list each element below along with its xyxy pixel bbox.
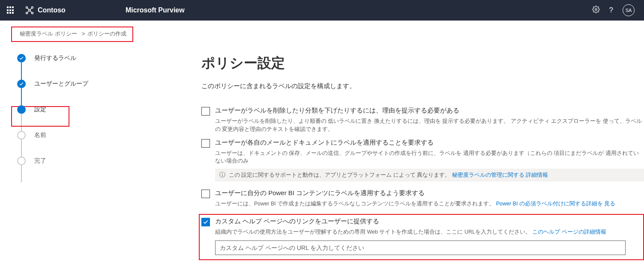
org-logo[interactable]: Contoso <box>25 6 66 15</box>
step-current-icon <box>17 105 26 114</box>
wizard-stepper: 発行するラベル ユーザーとグループ 設定 名前 完了 <box>0 54 180 260</box>
setting-desc-text: ユーザーには、Power BI で作成または編集するラベルなしコンテンツにラベル… <box>215 201 494 207</box>
info-callout: ⓘ この 設定に関するサポートと動作は、アプリとプラットフォーム によって 異な… <box>215 169 644 181</box>
step-upcoming-icon <box>17 157 26 165</box>
svg-point-4 <box>29 9 30 11</box>
step-finish[interactable]: 完了 <box>17 157 180 182</box>
setting-title: ユーザーが各自のメールとドキュメントにラベルを適用することを要求する <box>215 139 644 147</box>
info-icon: ⓘ <box>219 171 225 179</box>
learn-more-link[interactable]: このヘルプ ページの詳細情報 <box>532 229 606 235</box>
header-actions: ? SA <box>592 4 635 16</box>
purview-logo-icon <box>25 6 34 15</box>
chevron-right-icon: > <box>80 30 85 37</box>
org-name: Contoso <box>38 6 66 14</box>
avatar-initials: SA <box>626 8 632 13</box>
setting-description: 組織内でラベルの使用方法をユーザーが理解するための専用 Web サイトを作成した… <box>215 228 606 236</box>
app-launcher-icon[interactable] <box>4 4 17 17</box>
setting-require-label-mail-docs: ユーザーが各自のメールとドキュメントにラベルを適用することを要求する ユーザーは… <box>201 139 644 187</box>
step-label: 完了 <box>34 157 46 165</box>
top-header: Contoso Microsoft Purview ? SA <box>0 0 644 21</box>
page-description: このポリシーに含まれるラベルの設定を構成します。 <box>201 82 644 90</box>
svg-point-2 <box>26 12 28 14</box>
learn-more-link[interactable]: Power BI の必須ラベル付けに関する詳細を 見る <box>496 201 616 207</box>
setting-justification-required: ユーザーがラベルを削除したり分類を下げたりするには、理由を提示する必要がある ユ… <box>201 107 644 139</box>
checkbox[interactable] <box>201 139 210 148</box>
setting-description: ユーザーがラベルを削除したり、より順番の 低いラベルに置き 換えたりするには、理… <box>215 117 644 134</box>
setting-title: カスタム ヘルプ ページへのリンクをユーザーに提供する <box>215 217 606 226</box>
step-upcoming-icon <box>17 131 26 139</box>
setting-description: ユーザーには、Power BI で作成または編集するラベルなしコンテンツにラベル… <box>215 200 615 208</box>
step-label: 設定 <box>34 106 46 113</box>
setting-custom-help-page-highlight: カスタム ヘルプ ページへのリンクをユーザーに提供する 組織内でラベルの使用方法… <box>199 214 644 260</box>
info-link[interactable]: 秘密度ラベルの管理に関する 詳細情報 <box>452 172 548 179</box>
step-done-icon <box>17 54 26 62</box>
settings-list: ユーザーがラベルを削除したり分類を下げたりするには、理由を提示する必要がある ユ… <box>201 107 644 260</box>
breadcrumb-current: ポリシーの作成 <box>87 30 126 37</box>
product-name: Microsoft Purview <box>126 6 185 14</box>
breadcrumb: 秘密度ラベル ポリシー > ポリシーの作成 <box>11 27 133 42</box>
setting-description: ユーザーは、ドキュメントの 保存、メールの送信、グループやサイトの作成を行う前に… <box>215 149 644 166</box>
setting-require-label-powerbi: ユーザーに自分の Power BI コンテンツにラベルを適用するよう要求する ユ… <box>201 189 644 213</box>
svg-point-0 <box>26 7 28 9</box>
step-labels-to-publish[interactable]: 発行するラベル <box>17 54 180 80</box>
breadcrumb-parent[interactable]: 秘密度ラベル ポリシー <box>20 30 77 37</box>
page-title: ポリシー設定 <box>201 54 644 73</box>
step-done-icon <box>17 80 26 88</box>
checkbox[interactable] <box>201 190 210 198</box>
setting-desc-text: 組織内でラベルの使用方法をユーザーが理解するための専用 Web サイトを作成した… <box>215 229 531 235</box>
svg-point-3 <box>31 12 33 14</box>
step-label: 名前 <box>34 131 46 139</box>
help-icon[interactable]: ? <box>609 6 613 15</box>
step-label: 発行するラベル <box>34 54 76 62</box>
checkbox[interactable] <box>201 107 210 116</box>
step-label: ユーザーとグループ <box>34 80 88 88</box>
avatar[interactable]: SA <box>623 4 635 16</box>
svg-point-1 <box>31 7 33 9</box>
step-settings[interactable]: 設定 <box>17 105 180 131</box>
setting-custom-help-page: カスタム ヘルプ ページへのリンクをユーザーに提供する 組織内でラベルの使用方法… <box>201 217 641 236</box>
setting-title: ユーザーに自分の Power BI コンテンツにラベルを適用するよう要求する <box>215 189 615 197</box>
custom-help-url-input[interactable] <box>215 240 626 255</box>
info-text: この 設定に関するサポートと動作は、アプリとプラットフォーム によって 異なりま… <box>229 172 450 179</box>
gear-icon[interactable] <box>592 6 600 15</box>
svg-point-5 <box>595 8 597 10</box>
step-users-groups[interactable]: ユーザーとグループ <box>17 80 180 105</box>
step-name[interactable]: 名前 <box>17 131 180 157</box>
main-panel: ポリシー設定 このポリシーに含まれるラベルの設定を構成します。 ユーザーがラベル… <box>180 54 644 260</box>
checkbox[interactable] <box>201 218 210 226</box>
setting-title: ユーザーがラベルを削除したり分類を下げたりするには、理由を提示する必要がある <box>215 107 644 115</box>
